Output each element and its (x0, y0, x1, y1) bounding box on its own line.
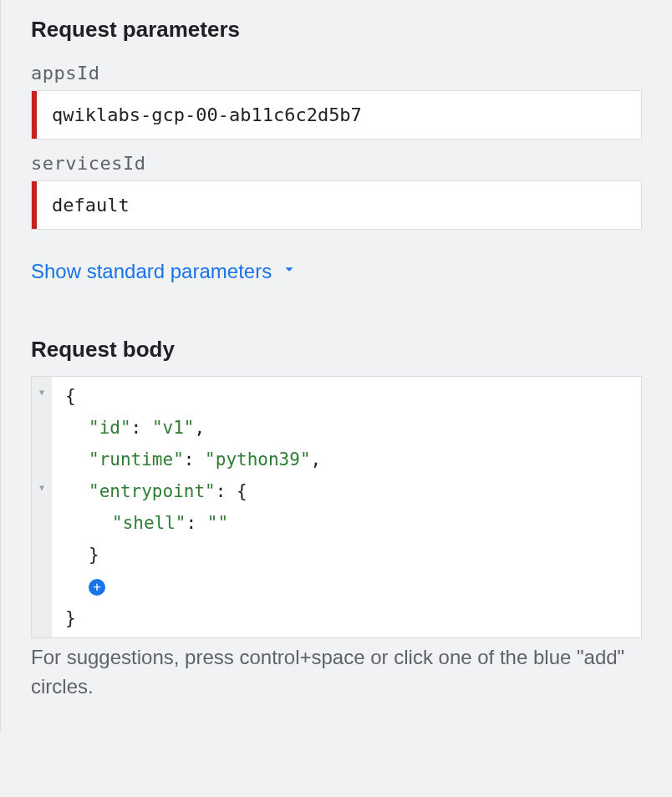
json-key: "id" (89, 418, 131, 438)
request-parameters-heading: Request parameters (31, 0, 642, 49)
request-body-section: Request body ▼ ▼ { "id": "v1", "runtime"… (31, 320, 642, 702)
request-body-editor[interactable]: ▼ ▼ { "id": "v1", "runtime": "python39",… (31, 376, 642, 638)
chevron-down-icon (280, 260, 298, 283)
json-value: "python39" (205, 449, 310, 470)
editor-hint-text: For suggestions, press control+space or … (31, 643, 642, 702)
json-key: "runtime" (89, 449, 184, 470)
json-value: "v1" (152, 418, 195, 438)
json-key: "shell" (112, 513, 186, 533)
editor-gutter: ▼ ▼ (32, 377, 52, 637)
collapse-toggle-icon[interactable]: ▼ (39, 472, 44, 504)
json-value: "" (207, 513, 228, 533)
param-label-servicesId: servicesId (31, 153, 642, 174)
editor-body[interactable]: { "id": "v1", "runtime": "python39", "en… (52, 377, 641, 637)
request-body-heading: Request body (31, 320, 642, 369)
param-servicesId: servicesId (31, 153, 642, 230)
brace-close: } (89, 545, 99, 565)
brace-close: } (65, 608, 76, 628)
add-field-icon[interactable]: + (89, 579, 105, 596)
show-standard-parameters-toggle[interactable]: Show standard parameters (31, 260, 298, 283)
param-input-wrap-servicesId (31, 180, 642, 230)
appsId-input[interactable] (37, 91, 641, 139)
servicesId-input[interactable] (37, 181, 641, 229)
api-try-panel: Request parameters appsId servicesId Sho… (0, 0, 672, 732)
json-key: "entrypoint" (89, 481, 216, 501)
param-label-appsId: appsId (31, 63, 642, 84)
param-input-wrap-appsId (31, 90, 642, 140)
collapse-toggle-icon[interactable]: ▼ (39, 377, 44, 409)
show-standard-parameters-label: Show standard parameters (31, 260, 272, 283)
brace-open: { (65, 386, 76, 406)
param-appsId: appsId (31, 63, 642, 140)
